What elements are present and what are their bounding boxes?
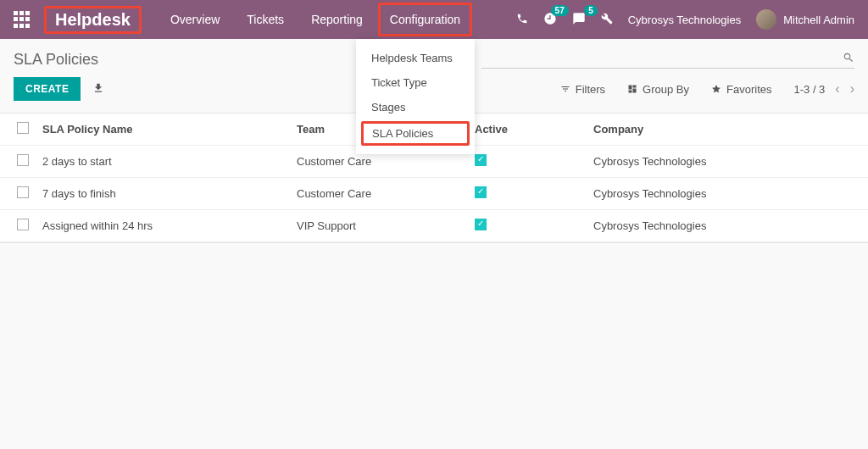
phone-icon[interactable]: [516, 13, 528, 27]
search-input[interactable]: [481, 53, 843, 65]
toolbar-right: Filters Group By Favorites 1-3 / 3 ‹ ›: [560, 81, 854, 97]
pager-text: 1-3 / 3: [793, 83, 825, 96]
topbar: Helpdesk Overview Tickets Reporting Conf…: [0, 0, 868, 39]
dd-ticket-type[interactable]: Ticket Type: [356, 70, 475, 95]
create-button[interactable]: CREATE: [14, 77, 81, 101]
cell-active: [468, 178, 587, 210]
dd-sla-policies[interactable]: SLA Policies: [361, 121, 470, 146]
row-checkbox[interactable]: [17, 219, 29, 230]
search-icon[interactable]: [843, 52, 854, 66]
pager: 1-3 / 3 ‹ ›: [793, 81, 854, 97]
table-row[interactable]: Assigned within 24 hrsVIP SupportCybrosy…: [0, 210, 868, 242]
group-by-button[interactable]: Group By: [627, 83, 689, 96]
active-checkbox[interactable]: [475, 186, 487, 198]
company-switcher[interactable]: Cybrosys Technologies: [628, 14, 741, 26]
cell-team: Customer Care: [290, 178, 468, 210]
activities-badge: 57: [551, 5, 569, 16]
configuration-dropdown: Helpdesk Teams Ticket Type Stages SLA Po…: [356, 39, 475, 154]
main-nav: Overview Tickets Reporting Configuration: [159, 3, 472, 36]
cell-team: VIP Support: [290, 210, 468, 242]
cell-company: Cybrosys Technologies: [587, 178, 868, 210]
cell-company: Cybrosys Technologies: [587, 210, 868, 242]
cell-name: 2 days to start: [36, 146, 290, 178]
cell-name: Assigned within 24 hrs: [36, 210, 290, 242]
dd-stages[interactable]: Stages: [356, 95, 475, 119]
pager-next-icon[interactable]: ›: [850, 81, 854, 97]
topbar-right: 57 5 Cybrosys Technologies Mitchell Admi…: [516, 9, 854, 30]
nav-overview[interactable]: Overview: [159, 3, 231, 36]
cell-name: 7 days to finish: [36, 178, 290, 210]
messages-badge: 5: [584, 5, 598, 16]
activities-icon[interactable]: 57: [543, 12, 557, 28]
nav-reporting[interactable]: Reporting: [299, 3, 375, 36]
row-checkbox[interactable]: [17, 154, 29, 166]
table-row[interactable]: 7 days to finishCustomer CareCybrosys Te…: [0, 178, 868, 210]
apps-icon[interactable]: [14, 11, 31, 28]
favorites-button[interactable]: Favorites: [711, 83, 771, 96]
tools-icon[interactable]: [601, 13, 613, 27]
filters-button[interactable]: Filters: [560, 83, 605, 96]
cell-company: Cybrosys Technologies: [587, 146, 868, 178]
page-title: SLA Policies: [14, 51, 98, 69]
col-name[interactable]: SLA Policy Name: [36, 114, 290, 146]
avatar: [756, 9, 776, 30]
nav-tickets[interactable]: Tickets: [235, 3, 296, 36]
col-active[interactable]: Active: [468, 114, 587, 146]
pager-prev-icon[interactable]: ‹: [835, 81, 839, 97]
nav-configuration[interactable]: Configuration: [378, 3, 472, 36]
messages-icon[interactable]: 5: [572, 12, 586, 28]
favorites-label: Favorites: [726, 83, 771, 96]
cell-active: [468, 210, 587, 242]
active-checkbox[interactable]: [475, 219, 487, 230]
dd-helpdesk-teams[interactable]: Helpdesk Teams: [356, 46, 475, 70]
group-by-label: Group By: [643, 83, 689, 96]
filters-label: Filters: [576, 83, 605, 96]
user-name: Mitchell Admin: [783, 14, 854, 26]
select-all-checkbox[interactable]: [17, 122, 29, 134]
app-brand[interactable]: Helpdesk: [44, 6, 142, 34]
user-menu[interactable]: Mitchell Admin: [756, 9, 854, 30]
active-checkbox[interactable]: [475, 154, 487, 166]
download-icon[interactable]: [92, 82, 104, 97]
col-company[interactable]: Company: [587, 114, 868, 146]
cell-active: [468, 146, 587, 178]
row-checkbox[interactable]: [17, 186, 29, 198]
search-area: [481, 52, 854, 69]
